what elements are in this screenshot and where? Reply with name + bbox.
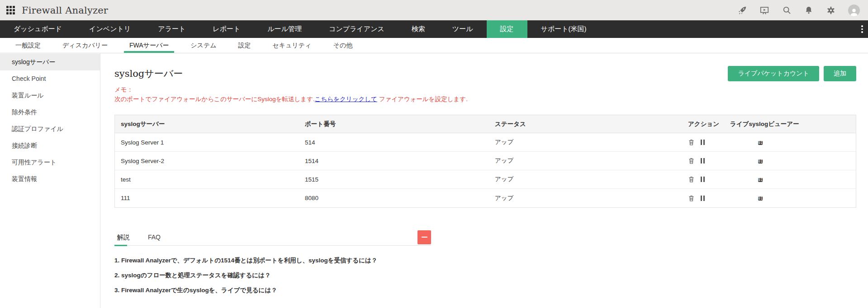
- server-port: 8080: [305, 195, 495, 201]
- syslog-server-table: syslogサーバー ポート番号 ステータス アクション ライブsyslogビュ…: [114, 115, 856, 208]
- presentation-icon[interactable]: [759, 5, 769, 15]
- nav-tab-tools[interactable]: ツール: [439, 20, 487, 38]
- help-section: 解説 FAQ 1. Firewall Analyzerで、デフォルトの1514番…: [114, 230, 431, 295]
- server-name: test: [115, 176, 305, 183]
- pause-icon[interactable]: [701, 158, 705, 163]
- app-grid-icon[interactable]: [6, 6, 15, 14]
- col-header-status: ステータス: [495, 120, 683, 128]
- main-nav: ダッシュボード インベントリ アラート レポート ルール管理 コンプライアンス …: [0, 20, 868, 38]
- header-icon-group: [737, 5, 860, 16]
- binary-viewer-icon[interactable]: 01: [758, 196, 763, 201]
- bell-icon[interactable]: [804, 5, 814, 15]
- table-header-row: syslogサーバー ポート番号 ステータス アクション ライブsyslogビュ…: [115, 115, 856, 133]
- gear-icon[interactable]: [826, 5, 836, 15]
- server-status: アップ: [495, 157, 683, 165]
- click-here-link[interactable]: こちらをクリックして: [315, 96, 377, 103]
- subnav-tab-settings[interactable]: 設定: [228, 38, 262, 53]
- trash-icon[interactable]: [688, 176, 695, 183]
- collapse-help-button[interactable]: [417, 230, 431, 244]
- rocket-icon[interactable]: [737, 5, 747, 15]
- subnav-tab-general[interactable]: 一般設定: [5, 38, 52, 53]
- server-status: アップ: [495, 194, 683, 202]
- nav-tab-search[interactable]: 検索: [398, 20, 439, 38]
- subnav-tab-system[interactable]: システム: [180, 38, 227, 53]
- binary-viewer-icon[interactable]: 01: [758, 141, 763, 145]
- binary-viewer-icon[interactable]: 01: [758, 178, 763, 182]
- server-status: アップ: [495, 175, 683, 183]
- user-avatar[interactable]: [848, 5, 860, 16]
- sidebar-item-exclusion-criteria[interactable]: 除外条件: [0, 104, 100, 121]
- search-icon[interactable]: [782, 5, 792, 15]
- sidebar-item-syslog-server[interactable]: syslogサーバー: [0, 54, 100, 70]
- server-name: Syslog Server-2: [115, 158, 305, 164]
- table-row: Syslog Server 1 514 アップ 01: [115, 133, 856, 152]
- live-packet-count-button[interactable]: ライブパケットカウント: [728, 66, 819, 81]
- memo-text: 次のポートでファイアウォールからこのサーバーにSyslogを転送します.こちらを…: [114, 94, 856, 104]
- server-port: 514: [305, 139, 495, 146]
- nav-tab-dashboard[interactable]: ダッシュボード: [0, 20, 76, 38]
- app-title: Firewall Analyzer: [22, 5, 108, 16]
- add-button[interactable]: 追加: [824, 66, 856, 81]
- subnav-tab-others[interactable]: その他: [323, 38, 364, 53]
- minus-icon: [422, 237, 427, 238]
- server-name: 111: [115, 195, 305, 201]
- settings-sidebar: syslogサーバー Check Point 装置ルール 除外条件 認証プロファ…: [0, 53, 100, 308]
- app-root: Firewall Analyzer: [0, 0, 868, 308]
- main-content: syslogサーバー ライブパケットカウント 追加 メモ： 次のポートでファイア…: [100, 53, 868, 308]
- nav-tab-reports[interactable]: レポート: [199, 20, 254, 38]
- tab-explanation[interactable]: 解説: [114, 230, 139, 246]
- table-row: test 1515 アップ 01: [115, 170, 856, 189]
- page-actions: ライブパケットカウント 追加: [728, 66, 856, 81]
- faq-item[interactable]: 3. Firewall Analyzerで生のsyslogを、ライブで見るには？: [114, 286, 431, 295]
- sidebar-item-device-info[interactable]: 装置情報: [0, 171, 100, 187]
- faq-item[interactable]: 1. Firewall Analyzerで、デフォルトの1514番とは別ポートを…: [114, 256, 431, 265]
- faq-item[interactable]: 2. syslogのフロー数と処理ステータスを確認するには？: [114, 271, 431, 280]
- col-header-port: ポート番号: [305, 120, 495, 128]
- memo-label: メモ：: [114, 85, 856, 94]
- col-header-live-viewer: ライブsyslogビューアー: [730, 120, 856, 128]
- nav-tab-rule-management[interactable]: ルール管理: [254, 20, 315, 38]
- server-status: アップ: [495, 138, 683, 146]
- trash-icon[interactable]: [688, 195, 695, 202]
- nav-tab-inventory[interactable]: インベントリ: [76, 20, 144, 38]
- sidebar-item-auth-profile[interactable]: 認証プロファイル: [0, 121, 100, 137]
- sidebar-item-availability-alert[interactable]: 可用性アラート: [0, 154, 100, 171]
- table-row: Syslog Server-2 1514 アップ 01: [115, 152, 856, 170]
- sidebar-item-check-point[interactable]: Check Point: [0, 70, 100, 87]
- kebab-menu-icon[interactable]: [856, 20, 868, 38]
- pause-icon[interactable]: [701, 177, 705, 182]
- subnav-tab-security[interactable]: セキュリティ: [262, 38, 323, 53]
- memo-note: メモ： 次のポートでファイアウォールからこのサーバーにSyslogを転送します.…: [114, 85, 856, 104]
- subnav-tab-fwa-server[interactable]: FWAサーバー: [119, 38, 180, 53]
- sidebar-item-connection-diagnosis[interactable]: 接続診断: [0, 137, 100, 154]
- col-header-server: syslogサーバー: [115, 120, 305, 128]
- trash-icon[interactable]: [688, 157, 695, 164]
- table-row: 111 8080 アップ 01: [115, 189, 856, 207]
- settings-subnav: 一般設定 ディスカバリー FWAサーバー システム 設定 セキュリティ その他: [0, 38, 868, 53]
- pause-icon[interactable]: [701, 196, 705, 201]
- nav-tab-compliance[interactable]: コンプライアンス: [315, 20, 398, 38]
- pause-icon[interactable]: [701, 140, 705, 145]
- sidebar-item-device-rules[interactable]: 装置ルール: [0, 87, 100, 104]
- nav-tab-support[interactable]: サポート(米国): [527, 20, 600, 38]
- binary-viewer-icon[interactable]: 01: [758, 159, 763, 163]
- faq-list: 1. Firewall Analyzerで、デフォルトの1514番とは別ポートを…: [114, 256, 431, 295]
- server-name: Syslog Server 1: [115, 139, 305, 146]
- top-header: Firewall Analyzer: [0, 0, 868, 20]
- help-tabs: 解説 FAQ: [114, 230, 431, 246]
- subnav-tab-discovery[interactable]: ディスカバリー: [52, 38, 119, 53]
- server-port: 1514: [305, 158, 495, 164]
- nav-tab-settings[interactable]: 設定: [487, 20, 527, 38]
- tab-faq[interactable]: FAQ: [139, 230, 170, 246]
- col-header-actions: アクション: [683, 120, 730, 128]
- nav-tab-alerts[interactable]: アラート: [144, 20, 199, 38]
- server-port: 1515: [305, 176, 495, 183]
- trash-icon[interactable]: [688, 139, 695, 146]
- page-title: syslogサーバー: [114, 67, 183, 80]
